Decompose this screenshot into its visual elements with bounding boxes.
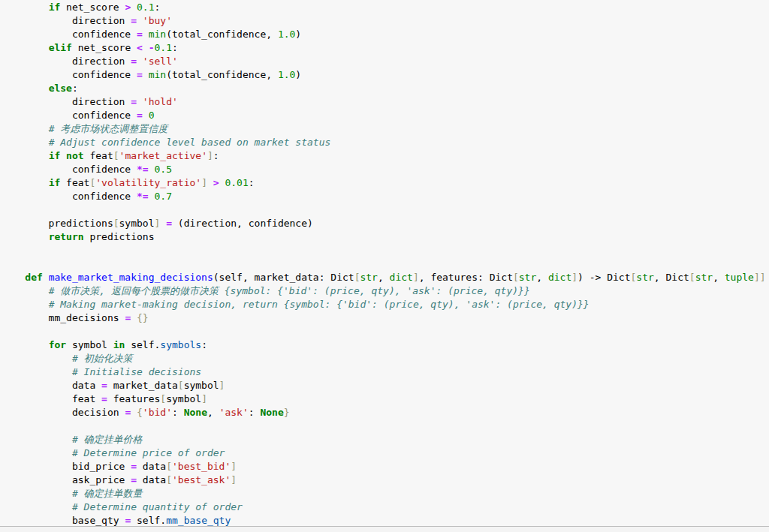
code-line: # Making market-making decision, return … [2,298,769,311]
code-line: decision = {'bid': None, 'ask': None} [2,406,769,419]
code-line [2,325,769,338]
code-line: direction = 'buy' [2,14,769,28]
code-line: # 考虑市场状态调整置信度 [2,122,769,136]
code-line: # Determine quantity of order [2,500,769,514]
code-line [2,257,769,271]
code-line: direction = 'hold' [2,95,769,109]
code-line: data = market_data[symbol] [2,379,769,392]
code-line: if not feat['market_active']: [2,149,769,163]
code-editor[interactable]: if net_score > 0.1: direction = 'buy' co… [0,0,769,527]
code-line: mm_decisions = {} [2,311,769,325]
code-cell: if net_score > 0.1: direction = 'buy' co… [0,0,769,527]
code-line [2,244,769,257]
code-line: # Initialise decisions [2,365,769,379]
code-line [2,203,769,217]
code-line: feat = features[symbol] [2,392,769,406]
code-line: # 确定挂单价格 [2,433,769,446]
code-line: def make_market_making_decisions(self, m… [2,271,769,284]
code-line: ask_price = data['best_ask'] [2,473,769,487]
code-line: bid_price = data['best_bid'] [2,460,769,473]
code-line: confidence *= 0.5 [2,163,769,176]
code-line: else: [2,82,769,95]
code-line: confidence = min(total_confidence, 1.0) [2,28,769,41]
code-line: # 确定挂单数量 [2,487,769,500]
code-line: base_qty = self.mm_base_qty [2,514,769,527]
code-line: # 做市决策, 返回每个股票的做市决策 {symbol: {'bid': (pr… [2,284,769,298]
code-line: confidence = min(total_confidence, 1.0) [2,68,769,82]
code-line: for symbol in self.symbols: [2,338,769,352]
code-line: predictions[symbol] = (direction, confid… [2,217,769,230]
code-line: return predictions [2,230,769,244]
code-line: confidence = 0 [2,109,769,122]
code-line: if net_score > 0.1: [2,1,769,14]
code-line [2,419,769,433]
code-line: if feat['volatility_ratio'] > 0.01: [2,176,769,190]
code-line: # Determine price of order [2,446,769,460]
code-line: direction = 'sell' [2,55,769,68]
code-line: # 初始化决策 [2,352,769,365]
page-background [0,527,769,532]
code-line: confidence *= 0.7 [2,190,769,203]
code-line: elif net_score < -0.1: [2,41,769,55]
code-line: # Adjust confidence level based on marke… [2,136,769,149]
